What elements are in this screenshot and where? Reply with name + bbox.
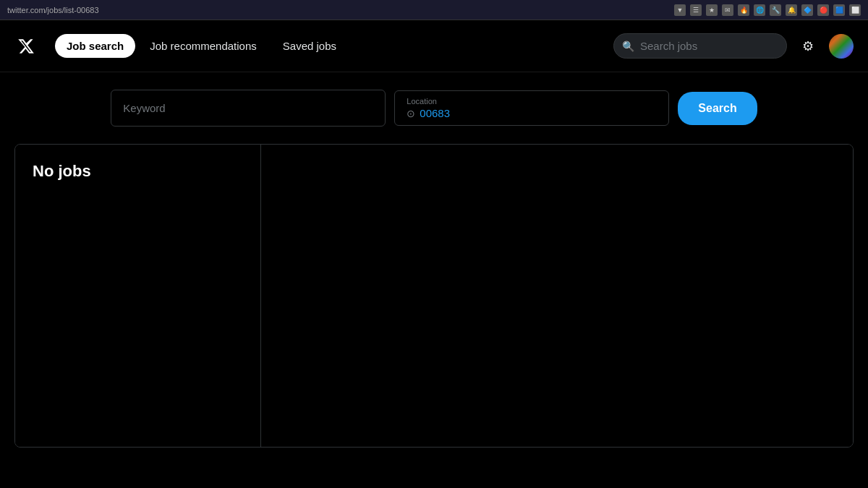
nav-tabs: Job search Job recommendations Saved job… [55, 34, 348, 58]
browser-icon-6: 🌐 [754, 4, 765, 16]
browser-icon-4: ✉ [722, 4, 733, 16]
browser-icon-1: ▼ [674, 4, 686, 16]
gear-icon: ⚙ [802, 38, 814, 54]
avatar[interactable] [829, 34, 854, 59]
browser-icon-7: 🔧 [770, 4, 781, 16]
location-pin-icon: ⊙ [407, 108, 415, 119]
search-area: Location ⊙ 00683 Search [0, 72, 868, 144]
settings-button[interactable]: ⚙ [796, 34, 820, 59]
search-jobs-input[interactable] [613, 33, 787, 59]
browser-icon-11: 🟦 [833, 4, 845, 16]
browser-icons: ▼ ☰ ★ ✉ 🔥 🌐 🔧 🔔 🔷 🔴 🟦 ⬜ [674, 4, 861, 16]
header-right: 🔍 ⚙ [613, 33, 854, 59]
browser-icon-2: ☰ [690, 4, 702, 16]
browser-url: twitter.com/jobs/list-00683 [7, 6, 99, 14]
browser-icon-12: ⬜ [849, 4, 861, 16]
tab-job-search[interactable]: Job search [55, 34, 135, 58]
browser-icon-3: ★ [706, 4, 718, 16]
results-list: No jobs [15, 145, 261, 447]
app-container: Job search Job recommendations Saved job… [0, 20, 868, 488]
browser-icon-9: 🔷 [801, 4, 813, 16]
tab-saved-jobs[interactable]: Saved jobs [271, 34, 348, 58]
no-jobs-text: No jobs [33, 162, 91, 180]
location-input-wrapper: Location ⊙ 00683 [394, 90, 669, 126]
tab-job-recommendations[interactable]: Job recommendations [138, 34, 268, 58]
header: Job search Job recommendations Saved job… [0, 20, 868, 72]
browser-bar: twitter.com/jobs/list-00683 ▼ ☰ ★ ✉ 🔥 🌐 … [0, 0, 868, 20]
browser-icon-10: 🔴 [817, 4, 829, 16]
results-detail [261, 145, 853, 447]
location-input-box[interactable]: Location ⊙ 00683 [394, 90, 669, 126]
browser-icon-8: 🔔 [786, 4, 797, 16]
search-button[interactable]: Search [678, 92, 757, 125]
results-container: No jobs [14, 144, 854, 448]
location-value: 00683 [420, 107, 450, 119]
search-icon: 🔍 [622, 40, 634, 52]
location-input-inner: ⊙ 00683 [395, 91, 668, 125]
browser-icon-5: 🔥 [738, 4, 749, 16]
x-logo[interactable] [14, 35, 38, 58]
search-jobs-wrapper: 🔍 [613, 33, 787, 59]
x-logo-svg [17, 38, 35, 55]
keyword-input[interactable] [111, 90, 386, 127]
keyword-input-wrapper [111, 90, 386, 127]
